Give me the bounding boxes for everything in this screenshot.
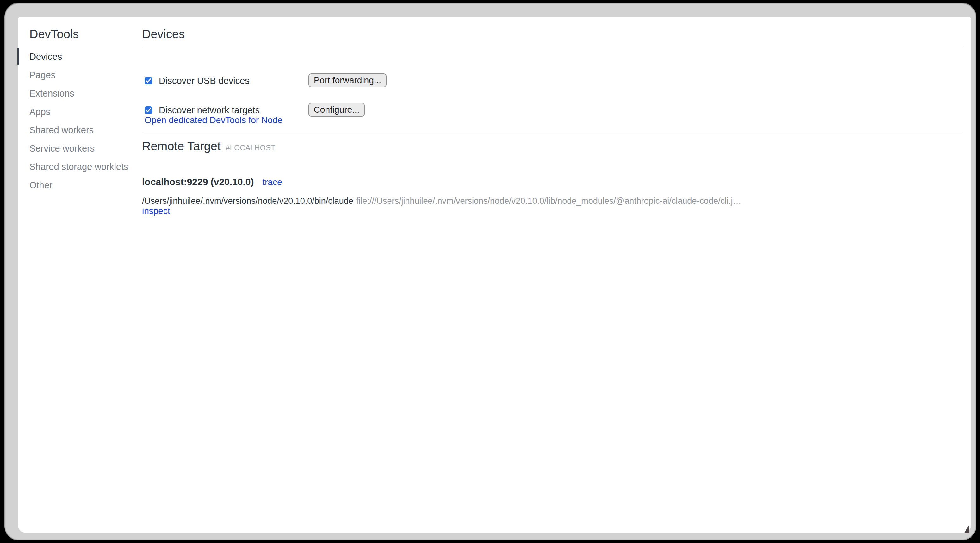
process-path: /Users/jinhuilee/.nvm/versions/node/v20.… [142,196,353,206]
discover-network-label: Discover network targets [159,105,260,116]
resize-cursor-artifact [964,524,969,533]
discover-network-checkbox[interactable] [145,106,152,114]
header-separator [142,47,963,48]
sidebar-item-devices[interactable]: Devices [18,48,143,66]
devtools-title: DevTools [29,27,79,41]
sidebar-item-extensions[interactable]: Extensions [18,84,143,102]
localhost-scope-tag: #LOCALHOST [226,144,275,152]
discover-usb-label: Discover USB devices [159,76,250,86]
target-detail: /Users/jinhuilee/.nvm/versions/node/v20.… [142,196,741,216]
sidebar-item-pages[interactable]: Pages [18,66,143,84]
page-title: Devices [142,27,185,41]
inspect-link[interactable]: inspect [142,206,170,216]
target-url: file:///Users/jinhuilee/.nvm/versions/no… [356,196,741,206]
target-name: localhost:9229 (v20.10.0) [142,177,254,187]
inspect-page: DevTools Devices Pages Extensions Apps S… [18,17,971,533]
remote-target-header: Remote Target #LOCALHOST [142,139,275,153]
remote-target-heading: Remote Target [142,139,221,153]
open-node-devtools-link[interactable]: Open dedicated DevTools for Node [145,115,283,126]
trace-link[interactable]: trace [262,177,282,187]
discover-usb-checkbox[interactable] [145,77,152,84]
configure-button[interactable]: Configure... [309,103,365,117]
checkmark-icon [145,106,152,114]
sidebar-item-shared-workers[interactable]: Shared workers [18,121,143,139]
port-forwarding-button[interactable]: Port forwarding... [309,73,387,88]
checkmark-icon [145,77,152,84]
target-path-line: /Users/jinhuilee/.nvm/versions/node/v20.… [142,196,741,206]
sidebar-nav: Devices Pages Extensions Apps Shared wor… [18,48,143,194]
sidebar-item-shared-storage-worklets[interactable]: Shared storage worklets [18,158,143,176]
section-separator [142,132,963,132]
sidebar-item-apps[interactable]: Apps [18,102,143,121]
discover-usb-row: Discover USB devices [145,73,250,88]
remote-target-row: localhost:9229 (v20.10.0) trace [142,177,282,187]
sidebar-item-service-workers[interactable]: Service workers [18,139,143,158]
app-window-frame: DevTools Devices Pages Extensions Apps S… [5,3,976,540]
sidebar-item-other[interactable]: Other [18,176,143,194]
